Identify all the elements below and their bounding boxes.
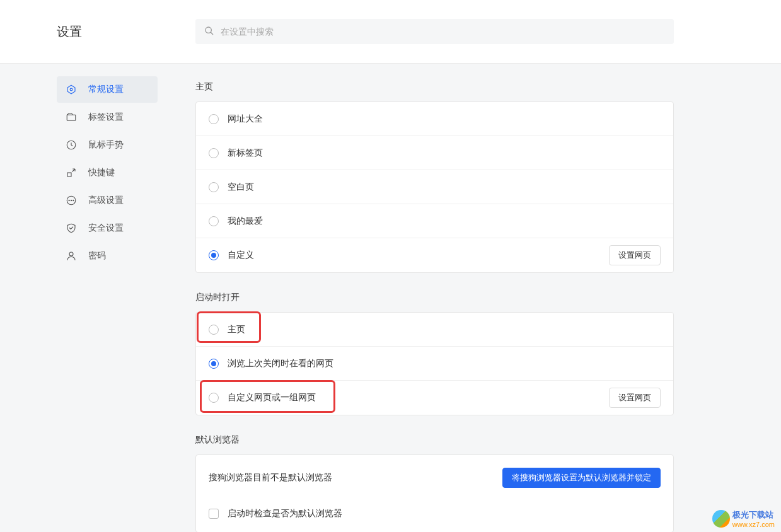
- radio-label: 主页: [228, 324, 661, 335]
- radio-label: 自定义: [228, 250, 609, 261]
- radio-label: 空白页: [228, 182, 661, 193]
- set-page-button[interactable]: 设置网页: [609, 245, 661, 265]
- radio-label: 浏览上次关闭时在看的网页: [228, 358, 661, 369]
- radio-row-startup-home[interactable]: 主页: [196, 313, 673, 347]
- svg-point-3: [70, 88, 72, 91]
- section-title-startup: 启动时打开: [195, 292, 674, 303]
- page-title: 设置: [57, 23, 195, 40]
- sidebar-item-gesture[interactable]: 鼠标手势: [57, 132, 158, 158]
- header: 设置: [0, 0, 781, 64]
- search-icon: [204, 26, 214, 38]
- sidebar-item-tabs[interactable]: 标签设置: [57, 104, 158, 130]
- radio-row-startup-last[interactable]: 浏览上次关闭时在看的网页: [196, 347, 673, 381]
- content: 主页 网址大全 新标签页 空白页 我的最爱 自定义 设置网页: [176, 64, 781, 532]
- section-title-homepage: 主页: [195, 81, 674, 93]
- homepage-card: 网址大全 新标签页 空白页 我的最爱 自定义 设置网页: [195, 101, 674, 273]
- layout: 常规设置 标签设置 鼠标手势 快捷键 高级设置: [0, 64, 781, 532]
- sidebar-item-label: 常规设置: [88, 84, 124, 95]
- sidebar-item-label: 快捷键: [88, 167, 115, 178]
- sidebar-item-password[interactable]: 密码: [57, 243, 158, 269]
- svg-point-8: [69, 200, 69, 200]
- shield-icon: [66, 223, 77, 234]
- set-default-browser-button[interactable]: 将搜狗浏览器设置为默认浏览器并锁定: [502, 468, 661, 488]
- radio-row-favorite[interactable]: 我的最爱: [196, 204, 673, 238]
- svg-point-10: [73, 200, 74, 200]
- dots-icon: [66, 195, 77, 206]
- radio-label: 自定义网页或一组网页: [228, 392, 609, 403]
- hexagon-icon: [66, 84, 77, 95]
- watermark-url: www.xz7.com: [732, 521, 775, 528]
- radio-icon: [209, 393, 219, 403]
- radio-icon: [209, 182, 219, 192]
- default-browser-status-row: 搜狗浏览器目前不是默认浏览器 将搜狗浏览器设置为默认浏览器并锁定: [196, 455, 673, 498]
- radio-icon: [209, 148, 219, 158]
- radio-icon: [209, 114, 219, 124]
- radio-label: 新标签页: [228, 147, 661, 159]
- sidebar: 常规设置 标签设置 鼠标手势 快捷键 高级设置: [0, 64, 176, 532]
- person-icon: [66, 250, 77, 262]
- checkbox-label: 启动时检查是否为默认浏览器: [228, 508, 342, 519]
- sidebar-item-general[interactable]: 常规设置: [57, 76, 158, 103]
- sidebar-item-label: 鼠标手势: [88, 139, 124, 151]
- sidebar-item-security[interactable]: 安全设置: [57, 215, 158, 241]
- radio-row-newtab[interactable]: 新标签页: [196, 136, 673, 170]
- search-input[interactable]: [221, 26, 665, 37]
- svg-point-9: [71, 200, 71, 200]
- sidebar-item-advanced[interactable]: 高级设置: [57, 187, 158, 214]
- radio-row-url-nav[interactable]: 网址大全: [196, 102, 673, 136]
- startup-card: 主页 浏览上次关闭时在看的网页 自定义网页或一组网页 设置网页: [195, 312, 674, 415]
- radio-icon: [209, 216, 219, 226]
- radio-row-custom[interactable]: 自定义 设置网页: [196, 238, 673, 272]
- radio-icon: [209, 325, 219, 335]
- check-default-on-startup-row[interactable]: 启动时检查是否为默认浏览器: [196, 498, 673, 532]
- watermark-name: 极光下载站: [732, 509, 775, 521]
- search-box[interactable]: [195, 19, 674, 44]
- sidebar-item-label: 标签设置: [88, 112, 124, 123]
- tab-icon: [66, 112, 77, 123]
- sidebar-item-label: 密码: [88, 250, 106, 262]
- expand-icon: [66, 167, 77, 178]
- checkbox-icon: [209, 509, 219, 519]
- set-page-button[interactable]: 设置网页: [609, 388, 661, 408]
- svg-rect-6: [67, 173, 71, 176]
- svg-line-1: [211, 32, 213, 35]
- svg-rect-4: [67, 115, 76, 120]
- radio-row-blank[interactable]: 空白页: [196, 170, 673, 204]
- svg-marker-2: [67, 85, 75, 94]
- svg-point-0: [205, 27, 211, 33]
- default-browser-card: 搜狗浏览器目前不是默认浏览器 将搜狗浏览器设置为默认浏览器并锁定 启动时检查是否…: [195, 454, 674, 532]
- default-browser-status: 搜狗浏览器目前不是默认浏览器: [209, 472, 332, 483]
- radio-icon: [209, 250, 219, 260]
- sidebar-item-shortcut[interactable]: 快捷键: [57, 159, 158, 186]
- radio-label: 网址大全: [228, 113, 661, 125]
- sidebar-item-label: 高级设置: [88, 195, 124, 206]
- svg-point-11: [69, 252, 73, 256]
- radio-row-startup-custom[interactable]: 自定义网页或一组网页 设置网页: [196, 381, 673, 415]
- radio-label: 我的最爱: [228, 216, 661, 227]
- radio-icon: [209, 359, 219, 369]
- watermark: 极光下载站 www.xz7.com: [712, 509, 775, 528]
- clock-icon: [66, 139, 77, 151]
- section-title-default-browser: 默认浏览器: [195, 434, 674, 446]
- sidebar-item-label: 安全设置: [88, 223, 124, 234]
- watermark-logo-icon: [712, 510, 730, 528]
